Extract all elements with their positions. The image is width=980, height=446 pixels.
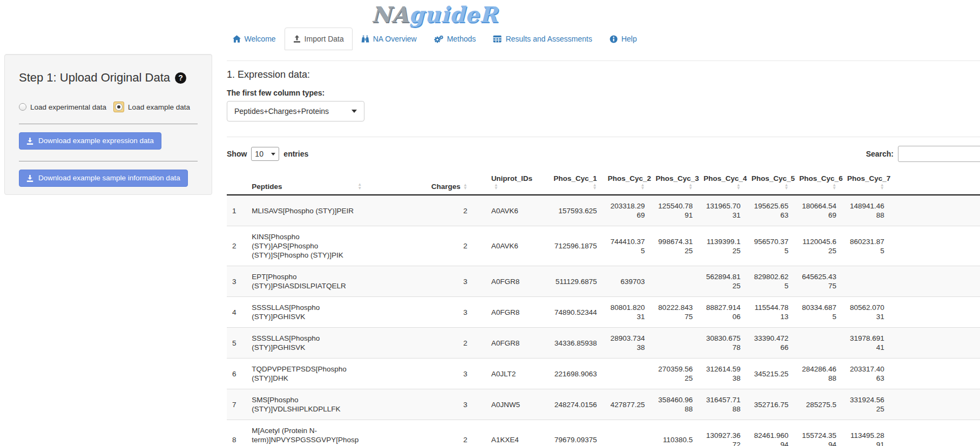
question-circle-icon[interactable]: ?: [175, 72, 186, 84]
show-label: Show: [227, 150, 247, 158]
step1-title: Step 1: Upload Original Data ?: [19, 71, 198, 85]
filler-cell: [890, 359, 980, 389]
cell-peptide: SSSSLLAS[Phospho (STY)]PGHISVK: [246, 297, 367, 328]
sort-icon: ▲▼: [463, 184, 468, 191]
cell-charges: 2: [367, 226, 473, 266]
cell-phos-cyc-1: 248274.0156: [542, 389, 603, 420]
cell-charges: 2: [367, 420, 473, 446]
column-header-phos-cyc-2[interactable]: Phos_Cyc_2▲▼: [603, 171, 651, 195]
radio-button-icon[interactable]: [115, 103, 123, 111]
app-logo: NAguideR: [0, 0, 869, 26]
sort-icon: ▲▼: [494, 184, 498, 191]
cell-row-index: 5: [227, 328, 246, 359]
radio-load-example-data[interactable]: Load example data: [113, 102, 190, 112]
tab-welcome[interactable]: Welcome: [224, 28, 285, 50]
column-header-label: Phos_Cyc_7: [847, 174, 890, 183]
cell-phos-cyc-7: 31978.69141: [842, 328, 890, 359]
data-source-radio-group: Load experimental dataLoad example data: [19, 102, 198, 112]
cell-phos-cyc-5: 352716.75: [746, 389, 794, 420]
column-header-phos-cyc-1[interactable]: Phos_Cyc_1▲▼: [542, 171, 603, 195]
cell-uniprot-id: A0JLT2: [473, 359, 542, 389]
filler-cell: [890, 389, 980, 420]
cell-charges: 3: [367, 297, 473, 328]
column-header-phos-cyc-7[interactable]: Phos_Cyc_7▲▼: [842, 171, 890, 195]
download-sample-info-label: Download example sample information data: [38, 173, 180, 183]
column-header-label: Phos_Cyc_5: [752, 174, 795, 183]
column-types-select[interactable]: Peptides+Charges+Proteins: [227, 101, 364, 121]
radio-button-icon[interactable]: [19, 103, 26, 111]
cell-phos-cyc-3: 998674.3125: [650, 226, 698, 266]
cell-phos-cyc-1: 74890.52344: [542, 297, 603, 328]
cell-phos-cyc-5: 345215.25: [746, 359, 794, 389]
download-sample-info-button[interactable]: Download example sample information data: [19, 170, 188, 187]
tab-help[interactable]: Help: [601, 28, 646, 50]
column-header-phos-cyc-5[interactable]: Phos_Cyc_5▲▼: [746, 171, 794, 195]
cell-phos-cyc-4: 30830.67578: [698, 328, 746, 359]
radio-focus-ring: [113, 102, 124, 112]
cell-row-index: 6: [227, 359, 246, 389]
page-length-select[interactable]: 10: [251, 147, 279, 161]
cell-phos-cyc-2: 203318.2969: [603, 195, 651, 226]
cell-phos-cyc-7: [842, 266, 890, 297]
cell-phos-cyc-4: 316457.7188: [698, 389, 746, 420]
column-header-label: Phos_Cyc_4: [704, 174, 747, 183]
cell-row-index: 8: [227, 420, 246, 446]
cell-row-index: 4: [227, 297, 246, 328]
column-types-label: The first few column types:: [227, 89, 980, 98]
search-input[interactable]: [898, 146, 980, 162]
column-header-phos-cyc-6[interactable]: Phos_Cyc_6▲▼: [794, 171, 842, 195]
cell-phos-cyc-2: 427877.25: [603, 389, 651, 420]
cell-uniprot-id: A0AVK6: [473, 195, 542, 226]
radio-label: Load example data: [128, 103, 190, 111]
cell-phos-cyc-6: 285275.5: [794, 389, 842, 420]
cell-phos-cyc-4: 130927.3672: [698, 420, 746, 446]
sidebar-divider: [19, 161, 198, 161]
cell-phos-cyc-7: 113495.2891: [842, 420, 890, 446]
column-header-label: Phos_Cyc_3: [655, 174, 699, 183]
sort-icon: ▲▼: [688, 184, 693, 191]
cell-peptide: KINS[Phospho (STY)]APS[Phospho (STY)]S[P…: [246, 226, 367, 266]
column-header-peptides[interactable]: Peptides▲▼: [246, 171, 367, 195]
home-icon: [233, 35, 241, 43]
cell-phos-cyc-5: 115544.7813: [746, 297, 794, 328]
column-header-charges[interactable]: Charges▲▼: [367, 171, 473, 195]
cell-phos-cyc-5: 956570.375: [746, 226, 794, 266]
cell-row-index: 2: [227, 226, 246, 266]
cell-phos-cyc-3: 110380.5: [650, 420, 698, 446]
column-header-label: Uniprot_IDs: [491, 174, 533, 183]
cell-charges: 3: [367, 359, 473, 389]
download-expression-button[interactable]: Download example expression data: [19, 132, 161, 150]
cell-phos-cyc-4: 131965.7031: [698, 195, 746, 226]
logo-text-gray: NA: [371, 2, 409, 27]
tab-label: Help: [621, 33, 637, 44]
info-circle-icon: [610, 35, 618, 43]
radio-label: Load experimental data: [30, 103, 106, 111]
cell-peptide: TQDPVPPETPSDS[Phospho (STY)]DHK: [246, 359, 367, 389]
cell-uniprot-id: A0AVK6: [473, 226, 542, 266]
tab-label: Import Data: [305, 33, 344, 44]
binoculars-icon: [361, 35, 369, 43]
download-icon: [26, 175, 33, 182]
tab-na-overview[interactable]: NA Overview: [353, 28, 425, 50]
column-header-phos-cyc-4[interactable]: Phos_Cyc_4▲▼: [698, 171, 746, 195]
tab-results-and-assessments[interactable]: Results and Assessments: [484, 28, 600, 50]
table-row: 1MLISAVS[Phospho (STY)]PEIR2A0AVK6157593…: [227, 195, 980, 226]
cell-uniprot-id: A0JNW5: [473, 389, 542, 420]
cell-phos-cyc-6: 180664.5469: [794, 195, 842, 226]
cell-phos-cyc-4: 88827.91406: [698, 297, 746, 328]
main-top-divider: [227, 60, 980, 61]
column-header-phos-cyc-3[interactable]: Phos_Cyc_3▲▼: [650, 171, 698, 195]
cell-peptide: SSSSLLAS[Phospho (STY)]PGHISVK: [246, 328, 367, 359]
column-header-uniprot-ids[interactable]: Uniprot_IDs▲▼: [473, 171, 542, 195]
tab-label: Methods: [447, 33, 476, 44]
tab-methods[interactable]: Methods: [425, 28, 485, 50]
cell-uniprot-id: A0FGR8: [473, 328, 542, 359]
radio-load-experimental-data[interactable]: Load experimental data: [19, 103, 106, 111]
sort-icon: ▲▼: [640, 184, 645, 191]
sort-icon: ▲▼: [736, 184, 741, 191]
table-row: 6TQDPVPPETPSDS[Phospho (STY)]DHK3A0JLT22…: [227, 359, 980, 389]
cell-phos-cyc-6: 80334.6875: [794, 297, 842, 328]
download-expression-label: Download example expression data: [38, 136, 154, 146]
cell-phos-cyc-5: 82461.96094: [746, 420, 794, 446]
tab-import-data[interactable]: Import Data: [285, 28, 353, 50]
